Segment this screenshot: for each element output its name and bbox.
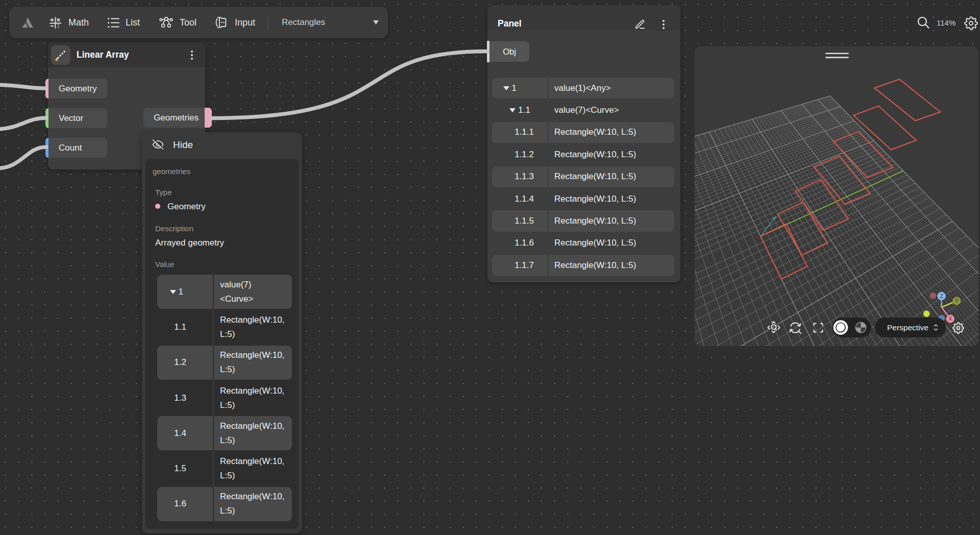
svg-text:X: X: [948, 315, 952, 322]
svg-text:Z: Z: [940, 293, 943, 299]
svg-text:Y: Y: [955, 298, 959, 304]
